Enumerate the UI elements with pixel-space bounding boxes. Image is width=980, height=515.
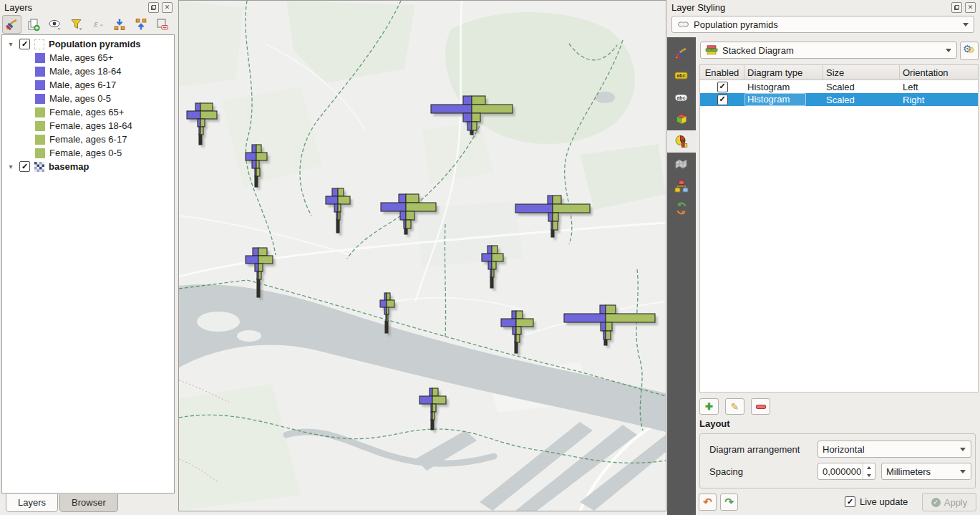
tab-layers[interactable]: Layers xyxy=(6,494,58,512)
svg-text:abc: abc xyxy=(676,95,685,100)
row-enabled-checkbox[interactable]: ✓ xyxy=(717,95,728,105)
col-header-orientation[interactable]: Orientation xyxy=(900,65,978,80)
diagram-options-button[interactable]: ⚙⚙ xyxy=(960,42,979,60)
layer-group-row[interactable]: ▾ ✓ Population pyramids xyxy=(2,37,174,51)
tab-history[interactable] xyxy=(667,197,696,219)
collapse-all-icon xyxy=(134,17,148,32)
cell-orientation: Left xyxy=(900,80,978,93)
apply-button[interactable]: ✓ Apply xyxy=(922,493,976,511)
layout-section-heading: Layout xyxy=(699,418,730,429)
spinner-arrows[interactable] xyxy=(863,463,875,479)
basemap-layer-row[interactable]: ▾ ✓ basemap xyxy=(2,160,174,173)
add-sub-diagram-button[interactable]: ✚ xyxy=(699,398,719,415)
layers-tree: ▾ ✓ Population pyramids Male, ages 65+ M… xyxy=(1,34,175,494)
diagram-type-combobox[interactable]: Stacked Diagram xyxy=(700,42,957,59)
legend-swatch xyxy=(35,80,45,90)
add-group-icon xyxy=(26,17,41,32)
apply-label: Apply xyxy=(944,497,968,508)
tab-browser[interactable]: Browser xyxy=(59,494,118,512)
undo-button[interactable]: ↶ xyxy=(699,494,717,511)
tab-labels[interactable]: abc xyxy=(667,64,696,86)
row-enabled-checkbox[interactable]: ✓ xyxy=(717,82,728,92)
styling-footer: ↶ ↷ ✓ Live update ✓ Apply xyxy=(696,493,980,515)
float-panel-icon[interactable] xyxy=(148,2,159,13)
live-update-checkbox[interactable]: ✓ xyxy=(845,496,855,507)
tab-mesh[interactable] xyxy=(667,153,696,175)
qgis-window: Layers ✕ ε xyxy=(0,0,980,515)
styling-panel-titlebar: Layer Styling ✕ xyxy=(667,0,980,14)
add-group-button[interactable] xyxy=(24,15,43,34)
basemap-image xyxy=(179,1,666,511)
spin-down-icon[interactable] xyxy=(863,471,875,479)
filter-by-expression-button[interactable]: ε xyxy=(88,15,107,34)
layers-panel: Layers ✕ ε xyxy=(0,0,177,515)
expander-icon[interactable]: ▾ xyxy=(6,163,15,170)
close-panel-icon[interactable]: ✕ xyxy=(162,2,173,13)
cell-orientation: Right xyxy=(900,93,978,106)
layer-selector-value: Population pyramids xyxy=(694,19,778,30)
layer-styling-panel: Layer Styling ✕ Population pyramids abc … xyxy=(667,0,980,515)
open-layer-styling-button[interactable] xyxy=(2,15,21,34)
legend-item: Male, ages 65+ xyxy=(2,51,174,64)
tab-diagrams[interactable] xyxy=(667,130,696,153)
tab-masks[interactable]: abc xyxy=(667,86,696,108)
legend-label: Male, ages 0-5 xyxy=(49,93,111,104)
tab-attributes-form[interactable] xyxy=(667,175,696,197)
cell-diagram-type: Histogram xyxy=(744,93,806,106)
layer-selector-combobox[interactable]: Population pyramids xyxy=(671,16,974,33)
cell-diagram-type: Histogram xyxy=(744,80,823,93)
table-row-selected[interactable]: ✓ Histogram Scaled Right xyxy=(700,93,978,106)
styling-tab-strip: abc abc xyxy=(667,37,696,515)
tab-symbology[interactable] xyxy=(667,42,696,64)
arrangement-combobox[interactable]: Horizontal xyxy=(818,441,971,458)
legend-label: Male, ages 65+ xyxy=(49,52,113,63)
pencil-icon: ✎ xyxy=(731,401,739,413)
map-canvas[interactable] xyxy=(178,0,666,511)
chevron-down-icon xyxy=(963,23,969,27)
spacing-unit-combobox[interactable]: Millimeters xyxy=(881,463,971,480)
legend-swatch xyxy=(35,148,45,158)
live-update-control[interactable]: ✓ Live update xyxy=(845,496,908,507)
legend-swatch xyxy=(35,107,45,117)
col-header-enabled[interactable]: Enabled xyxy=(700,65,744,80)
expand-all-icon xyxy=(112,17,127,32)
legend-swatch xyxy=(35,135,45,145)
layer-group-label: Population pyramids xyxy=(49,39,141,49)
expression-epsilon-icon: ε xyxy=(91,17,105,32)
legend-item: Male, ages 18-64 xyxy=(2,64,174,78)
legend-swatch xyxy=(35,94,45,104)
remove-layer-button[interactable] xyxy=(152,15,172,34)
legend-label: Female, ages 6-17 xyxy=(49,134,127,145)
spacing-spinbox[interactable]: 0,000000 xyxy=(818,463,875,480)
manage-map-themes-button[interactable] xyxy=(45,15,64,34)
layers-panel-titlebar: Layers ✕ xyxy=(0,0,177,14)
stacked-diagram-icon xyxy=(705,45,718,55)
tab-3d-view[interactable] xyxy=(667,108,696,130)
filter-legend-button[interactable] xyxy=(67,15,86,34)
legend-item: Male, ages 0-5 xyxy=(2,92,174,105)
minus-icon xyxy=(756,405,766,409)
expand-all-button[interactable] xyxy=(110,15,129,34)
spin-up-icon[interactable] xyxy=(863,463,875,471)
float-panel-icon[interactable] xyxy=(951,2,962,13)
layers-toolbar: ε xyxy=(2,15,172,34)
group-visibility-checkbox[interactable]: ✓ xyxy=(19,39,30,49)
live-update-label: Live update xyxy=(860,496,908,507)
col-header-diagram-type[interactable]: Diagram type xyxy=(744,65,823,80)
svg-text:abc: abc xyxy=(676,72,685,77)
legend-item: Female, ages 65+ xyxy=(2,105,174,119)
legend-label: Male, ages 18-64 xyxy=(49,66,121,77)
basemap-label: basemap xyxy=(49,161,89,172)
redo-button[interactable]: ↷ xyxy=(720,494,738,511)
edit-sub-diagram-button[interactable]: ✎ xyxy=(725,398,744,415)
spacing-label: Spacing xyxy=(709,466,743,477)
collapse-all-button[interactable] xyxy=(131,15,150,34)
chevron-down-icon xyxy=(960,448,966,451)
col-header-size[interactable]: Size xyxy=(823,65,900,80)
table-row[interactable]: ✓ Histogram Scaled Left xyxy=(700,80,978,93)
expander-icon[interactable]: ▾ xyxy=(6,40,15,48)
close-panel-icon[interactable]: ✕ xyxy=(965,2,976,13)
chevron-down-icon xyxy=(960,470,966,473)
basemap-visibility-checkbox[interactable]: ✓ xyxy=(19,161,30,172)
remove-sub-diagram-button[interactable] xyxy=(751,398,770,415)
